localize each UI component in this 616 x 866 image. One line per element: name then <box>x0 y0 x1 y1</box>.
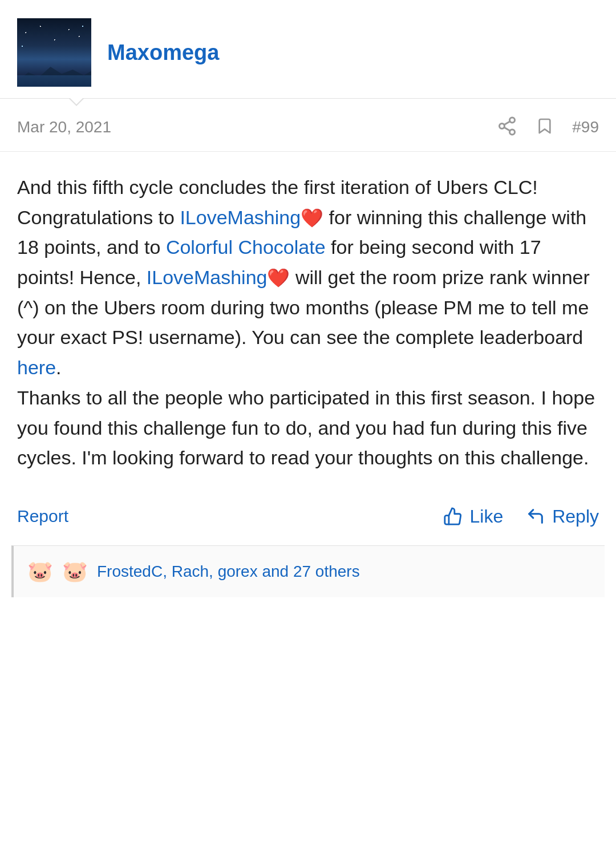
reaction-users[interactable]: FrostedC, Rach, gorex and 27 others <box>97 563 360 581</box>
share-icon[interactable] <box>497 116 517 139</box>
link-colorful-chocolate[interactable]: Colorful Chocolate <box>166 236 326 258</box>
reaction-emoji-2: 🐷 <box>62 560 88 584</box>
post-body: And this fifth cycle concludes the first… <box>17 172 599 473</box>
reply-label: Reply <box>552 506 599 527</box>
footer-actions: Like Reply <box>443 506 599 527</box>
reply-button[interactable]: Reply <box>526 506 599 527</box>
post-date: Mar 20, 2021 <box>17 118 111 136</box>
post-header: Maxomega <box>0 0 616 98</box>
reactions-bar: 🐷 🐷 FrostedC, Rach, gorex and 27 others <box>11 545 605 597</box>
post-content: And this fifth cycle concludes the first… <box>0 152 616 490</box>
post-footer: Report Like Reply <box>0 490 616 545</box>
post-meta-actions: #99 <box>497 115 599 140</box>
heart-emoji-2: ❤️ <box>267 268 290 288</box>
reaction-emoji-1: 🐷 <box>27 560 53 584</box>
bookmark-icon[interactable] <box>536 115 554 140</box>
username[interactable]: Maxomega <box>107 41 219 65</box>
post-container: Maxomega Mar 20, 2021 <box>0 0 616 866</box>
post-text-period: . <box>56 357 61 378</box>
heart-emoji-1: ❤️ <box>301 208 323 228</box>
like-button[interactable]: Like <box>443 506 503 527</box>
post-meta: Mar 20, 2021 #99 <box>0 99 616 152</box>
like-label: Like <box>469 506 503 527</box>
avatar-reflection <box>17 75 91 87</box>
link-ilovemashing-1[interactable]: ILoveMashing <box>180 207 301 228</box>
avatar <box>17 18 91 87</box>
svg-line-4 <box>504 122 510 125</box>
arrow-indicator <box>68 98 84 106</box>
post-number: #99 <box>572 118 599 136</box>
post-divider <box>0 98 616 99</box>
link-here[interactable]: here <box>17 357 56 378</box>
link-ilovemashing-2[interactable]: ILoveMashing <box>147 266 268 288</box>
post-text-paragraph2: Thanks to all the people who participate… <box>17 387 595 468</box>
svg-line-3 <box>504 127 510 131</box>
report-link[interactable]: Report <box>17 507 68 526</box>
